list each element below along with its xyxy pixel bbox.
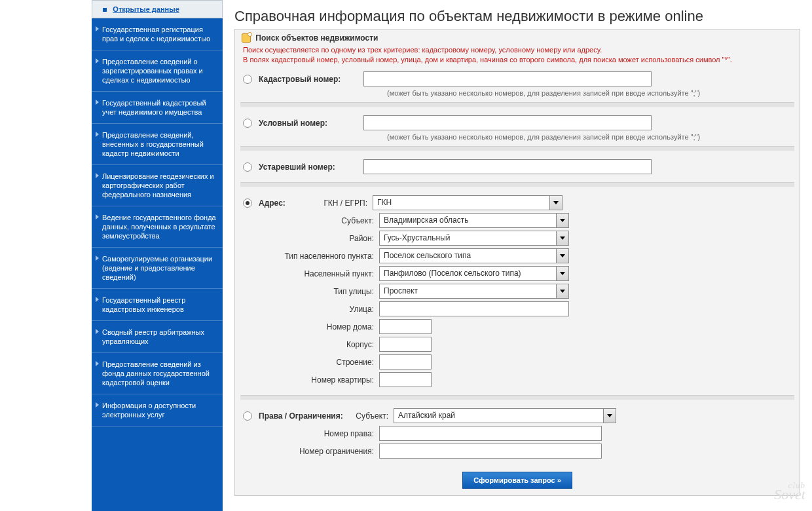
apt-label: Номер квартиры: [261,375,379,385]
rights-subject-label: Субъект: [350,411,394,421]
chevron-right-icon [96,58,99,64]
sidebar-item[interactable]: Государственный кадастровый учет недвижи… [92,92,223,124]
main-content: Справочная информация по объектам недвиж… [223,0,812,511]
source-value: ГКН [373,195,549,210]
cadastral-label: Кадастровый номер: [259,75,363,84]
rights-subject-select[interactable]: Алтайский край [394,408,616,423]
chevron-down-icon[interactable] [603,408,616,423]
sidebar-item[interactable]: Сводный реестр арбитражных управляющих [92,321,223,353]
sidebar-item-label: Государственная регистрация прав и сдело… [102,25,216,43]
rights-limit-label: Номер ограничения: [261,447,379,456]
divider [240,146,794,151]
sidebar-item[interactable]: Информация о доступности электронных усл… [92,394,223,426]
chevron-down-icon[interactable] [556,231,569,246]
subject-value: Владимирская область [379,213,556,228]
submit-button[interactable]: Сформировать запрос » [462,472,572,489]
sidebar-item-label: Предоставление сведений из фонда данных … [102,360,216,387]
settlement-value: Панфилово (Поселок сельского типа) [379,266,556,281]
chevron-right-icon [96,100,99,105]
warning-line-2: В полях кадастровый номер, условный номе… [235,55,800,65]
divider [240,182,794,187]
street-type-label: Тип улицы: [261,287,379,296]
sidebar-item[interactable]: Государственный реестр кадастровых инжен… [92,289,223,321]
street-input[interactable] [379,301,569,316]
subject-select[interactable]: Владимирская область [379,213,569,228]
rights-subject-value: Алтайский край [394,408,603,423]
street-label: Улица: [261,305,379,314]
sidebar-active-item[interactable]: Открытые данные [92,0,223,18]
radio-conditional[interactable] [243,119,252,128]
chevron-right-icon [96,361,99,366]
chevron-right-icon [96,329,99,334]
chevron-right-icon [96,297,99,302]
chevron-down-icon[interactable] [556,284,569,299]
settlement-type-select[interactable]: Поселок сельского типа [379,248,569,263]
sidebar-item[interactable]: Предоставление сведений о зарегистрирова… [92,50,223,92]
house-input[interactable] [379,319,432,334]
chevron-down-icon[interactable] [549,195,563,210]
chevron-down-icon[interactable] [556,266,569,281]
source-select[interactable]: ГКН [373,195,563,210]
divider [240,395,794,400]
sidebar-item[interactable]: Саморегулируемые организации (ведение и … [92,248,223,289]
conditional-input[interactable] [363,115,652,130]
sidebar-item-label: Государственный реестр кадастровых инжен… [102,295,216,314]
warning-line-1: Поиск осуществляется по одному из трех к… [235,45,800,55]
sidebar-item-label: Саморегулируемые организации (ведение и … [102,254,216,282]
settlement-label: Населенный пункт: [261,269,379,278]
chevron-right-icon [96,173,99,178]
district-select[interactable]: Гусь-Хрустальный [379,231,569,246]
sidebar-item[interactable]: Предоставление сведений из фонда данных … [92,353,223,394]
sidebar-item-label: Государственный кадастровый учет недвижи… [102,98,216,117]
street-type-select[interactable]: Проспект [379,284,569,299]
rights-limit-input[interactable] [379,444,602,459]
radio-cadastral[interactable] [243,75,252,84]
chevron-right-icon [96,256,99,261]
sidebar-active-link[interactable]: Открытые данные [113,5,179,13]
cadastral-hint: (может быть указано несколько номеров, д… [243,89,792,97]
apt-input[interactable] [379,372,432,387]
square-bullet-icon [103,8,107,12]
building-label: Строение: [261,358,379,367]
obsolete-label: Устаревший номер: [259,162,363,172]
rights-number-input[interactable] [379,426,602,441]
chevron-right-icon [96,402,99,407]
panel-header: Поиск объектов недвижимости [235,33,800,45]
chevron-right-icon [96,132,99,137]
district-value: Гусь-Хрустальный [379,231,556,246]
subject-label: Субъект: [261,216,379,225]
chevron-down-icon[interactable] [556,213,569,228]
settlement-type-value: Поселок сельского типа [379,248,556,263]
divider [240,102,794,107]
rights-label: Права / Ограничения: [259,411,350,421]
street-type-value: Проспект [379,284,556,299]
building-input[interactable] [379,354,432,369]
sidebar-item-label: Сводный реестр арбитражных управляющих [102,328,216,346]
radio-rights[interactable] [243,411,252,421]
korpus-input[interactable] [379,337,432,352]
chevron-right-icon [96,26,99,31]
radio-obsolete[interactable] [243,162,252,172]
sidebar-item[interactable]: Государственная регистрация прав и сдело… [92,18,223,50]
settlement-select[interactable]: Панфилово (Поселок сельского типа) [379,266,569,281]
conditional-label: Условный номер: [259,119,363,128]
panel-header-text: Поиск объектов недвижимости [255,33,378,43]
sidebar-item-label: Ведение государственного фонда данных, п… [102,213,216,240]
rights-number-label: Номер права: [261,429,379,438]
chevron-right-icon [96,214,99,219]
sidebar-item-label: Лицензирование геодезических и картограф… [102,172,216,199]
house-label: Номер дома: [261,322,379,331]
korpus-label: Корпус: [261,340,379,349]
search-form: Поиск объектов недвижимости Поиск осущес… [234,29,800,496]
obsolete-input[interactable] [363,159,652,174]
search-panel-icon [242,33,251,43]
district-label: Район: [261,234,379,243]
cadastral-input[interactable] [363,71,652,86]
sidebar-item[interactable]: Ведение государственного фонда данных, п… [92,206,223,248]
radio-address[interactable] [243,199,252,208]
conditional-hint: (может быть указано несколько номеров, д… [243,133,792,141]
chevron-down-icon[interactable] [556,248,569,263]
sidebar-item[interactable]: Лицензирование геодезических и картограф… [92,165,223,206]
sidebar-item[interactable]: Предоставление сведений, внесенных в гос… [92,124,223,165]
source-label: ГКН / ЕГРП: [289,199,373,208]
